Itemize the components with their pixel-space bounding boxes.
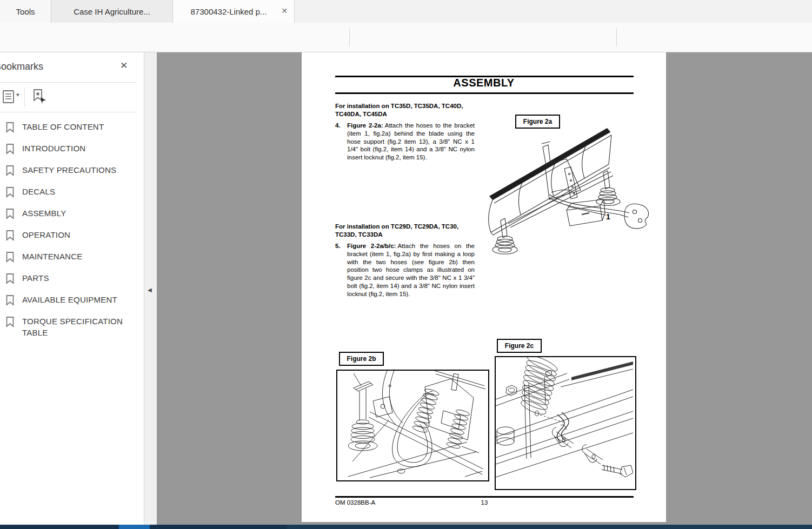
panel-divider <box>0 112 136 112</box>
figure-2b-label: Figure 2b <box>339 352 384 366</box>
bookmark-item-introduction[interactable]: INTRODUCTION <box>0 138 141 159</box>
bookmark-icon <box>5 294 15 306</box>
figure-2a-callout-1: 1 <box>606 212 610 221</box>
bookmark-item-available-equipment[interactable]: AVAILABLE EQUIPMENT <box>0 289 141 311</box>
bookmark-item-maintenance[interactable]: MAINTENANCE <box>0 246 141 267</box>
panel-toolbar-divider <box>24 88 25 107</box>
tab-tools[interactable]: Tools <box>0 0 51 23</box>
list-item-5-body: Attach the hoses on the bracket (item 1,… <box>347 243 475 297</box>
tab-close-icon[interactable]: ✕ <box>281 6 288 16</box>
document-page: ASSEMBLY For installation on TC35D, TC35… <box>302 52 666 522</box>
bookmarks-panel: Bookmarks ✕ ▾ <box>0 52 144 525</box>
page-title: ASSEMBLY <box>302 77 666 89</box>
list-item-5-lead: Figure 2-2a/b/c: <box>347 243 396 249</box>
bookmark-icon <box>5 251 15 263</box>
figure-2a-drawing <box>485 125 653 277</box>
tab-doc1-label: Case IH Agriculture... <box>74 7 150 16</box>
tab-document-87300432[interactable]: 87300432-Linked p... ✕ <box>173 0 295 23</box>
taskbar-segment <box>287 525 812 529</box>
footer-rule <box>335 496 634 498</box>
bookmarks-list: TABLE OF CONTENT INTRODUCTION SAFETY PRE… <box>0 116 141 343</box>
panel-gutter: ◀ <box>144 52 157 525</box>
figure-2c-label: Figure 2c <box>497 339 542 353</box>
taskbar-active-segment <box>119 525 150 529</box>
bookmarks-close-icon[interactable]: ✕ <box>120 60 128 71</box>
list-item-4-lead: Figure 2-2a: <box>347 122 383 129</box>
toolbar-divider <box>616 28 617 46</box>
bookmark-item-torque-specification-table[interactable]: TORQUE SPECIFICATION TABLE <box>0 311 141 343</box>
bookmark-options-icon[interactable] <box>2 89 15 106</box>
bookmark-icon <box>5 316 15 327</box>
main-toolbar: / 28 57.9% ▾ <box>0 23 812 52</box>
bookmark-icon <box>5 122 15 133</box>
bookmark-icon <box>5 186 15 198</box>
footer-page-number: 13 <box>335 499 634 506</box>
title-rule-bottom <box>335 92 634 94</box>
collapse-panel-icon[interactable]: ◀ <box>148 287 152 293</box>
bookmark-icon <box>5 208 15 219</box>
list-item-5: 5. Figure 2-2a/b/c:Attach the hoses on t… <box>335 242 475 298</box>
tab-doc2-label: 87300432-Linked p... <box>191 7 267 16</box>
bookmark-item-table-of-content[interactable]: TABLE OF CONTENT <box>0 116 141 138</box>
figure-2b-drawing <box>336 370 489 481</box>
tab-document-case-ih[interactable]: Case IH Agriculture... <box>51 0 173 23</box>
acrobat-window: Tools Case IH Agriculture... 87300432-Li… <box>0 0 812 529</box>
toolbar-divider <box>349 28 350 46</box>
list-item-4-number: 4. <box>335 122 341 130</box>
list-item-4: 4. Figure 2-2a:Attach the hoses to the b… <box>335 122 475 162</box>
taskbar-edge <box>0 525 812 529</box>
list-item-5-number: 5. <box>335 242 341 250</box>
figure-2c-drawing <box>495 356 636 490</box>
bookmark-icon <box>5 143 15 155</box>
add-bookmark-icon[interactable] <box>31 88 48 106</box>
bookmarks-toolbar: ▾ <box>0 85 136 110</box>
bookmark-icon <box>5 273 15 284</box>
section1-heading: For installation on TC35D, TC35DA, TC40D… <box>335 102 471 118</box>
section2-heading: For installation on TC29D, TC29DA, TC30,… <box>335 223 471 239</box>
panel-divider <box>0 82 136 83</box>
bookmark-item-parts[interactable]: PARTS <box>0 267 141 289</box>
bookmark-item-safety-precautions[interactable]: SAFETY PRECAUTIONS <box>0 159 141 181</box>
tab-bar: Tools Case IH Agriculture... 87300432-Li… <box>0 0 812 23</box>
bookmarks-panel-title: Bookmarks <box>0 61 43 72</box>
document-viewport[interactable]: ASSEMBLY For installation on TC35D, TC35… <box>157 52 812 525</box>
bookmark-icon <box>5 165 15 176</box>
tab-tools-label: Tools <box>16 7 35 16</box>
bookmark-item-decals[interactable]: DECALS <box>0 181 141 203</box>
bookmark-item-operation[interactable]: OPERATION <box>0 224 141 246</box>
bookmark-item-assembly[interactable]: ASSEMBLY <box>0 203 141 224</box>
bookmark-options-caret-icon[interactable]: ▾ <box>16 91 19 98</box>
bookmark-icon <box>5 230 15 241</box>
